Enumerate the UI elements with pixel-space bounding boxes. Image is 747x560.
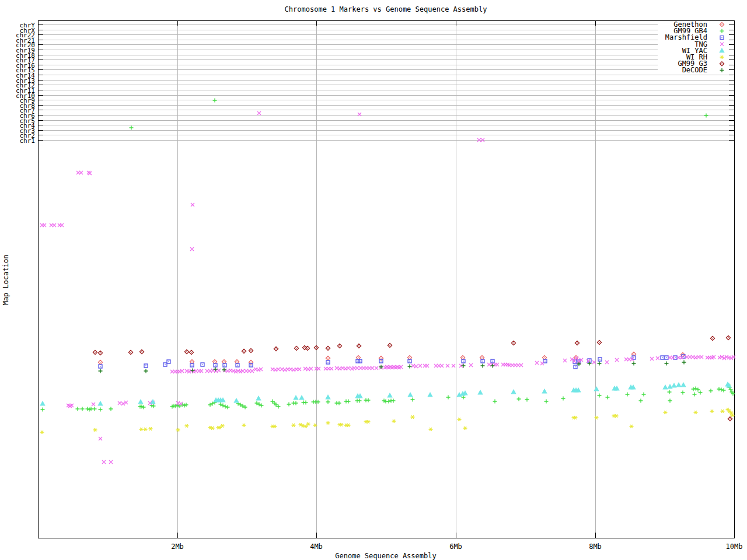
point-marshfield bbox=[574, 365, 577, 369]
point-wi-rh bbox=[185, 424, 189, 428]
point-gm99-gb4 bbox=[717, 387, 721, 391]
point-marshfield bbox=[356, 359, 359, 363]
point-wi-rh bbox=[144, 428, 148, 431]
point-decode bbox=[632, 362, 636, 366]
point-gm99-g3 bbox=[139, 349, 144, 354]
point-gm99-gb4 bbox=[411, 398, 415, 402]
point-gm99-g3 bbox=[337, 344, 341, 348]
point-wi-rh bbox=[429, 428, 433, 431]
point-gm99-gb4 bbox=[358, 399, 362, 403]
point-tng bbox=[563, 359, 567, 362]
point-gm99-g3 bbox=[128, 350, 132, 354]
point-wi-rh bbox=[93, 428, 97, 432]
point-tng bbox=[656, 356, 659, 360]
point-wi-yac bbox=[672, 383, 676, 387]
point-wi-yac bbox=[511, 390, 515, 393]
point-marshfield bbox=[358, 359, 362, 363]
xtick-label-4mb: 4Mb bbox=[310, 542, 323, 551]
point-gm99-gb4 bbox=[493, 400, 497, 404]
point-tng bbox=[440, 364, 444, 368]
point-gm99-g3 bbox=[249, 348, 253, 352]
point-decode bbox=[598, 362, 602, 366]
point-gm99-g3 bbox=[357, 344, 361, 348]
x-axis-label: Genome Sequence Assembly bbox=[335, 552, 436, 560]
point-wi-yac bbox=[542, 389, 546, 393]
point-gm99-gb4 bbox=[130, 126, 134, 130]
point-marshfield bbox=[462, 359, 465, 363]
point-gm99-g3 bbox=[511, 341, 515, 345]
legend-label-decode: DeCODE bbox=[682, 66, 707, 74]
point-tng bbox=[414, 365, 418, 368]
point-gm99-gb4 bbox=[693, 393, 697, 397]
point-marshfield bbox=[598, 358, 602, 361]
point-gm99-gb4 bbox=[337, 401, 341, 405]
point-wi-yac bbox=[408, 393, 412, 396]
point-gm99-gb4 bbox=[93, 407, 97, 411]
point-tng bbox=[540, 362, 544, 365]
point-gm99-gb4 bbox=[213, 99, 217, 103]
point-tng bbox=[191, 203, 194, 206]
point-tng bbox=[347, 366, 350, 370]
point-wi-yac bbox=[294, 396, 298, 399]
point-marshfield bbox=[163, 363, 167, 366]
legend: GenethonGM99 GB4MarshfieldTNGWI YACWI RH… bbox=[658, 20, 729, 74]
point-wi-rh bbox=[694, 411, 698, 414]
point-gm99-gb4 bbox=[561, 397, 566, 401]
point-wi-rh bbox=[574, 416, 578, 419]
xtick-label-2mb: 2Mb bbox=[171, 542, 184, 551]
point-gm99-g3 bbox=[98, 351, 102, 355]
point-gm99-gb4 bbox=[326, 400, 330, 404]
point-wi-yac bbox=[676, 383, 680, 386]
point-tng bbox=[109, 460, 113, 464]
point-marshfield bbox=[167, 360, 170, 363]
point-wi-rh bbox=[710, 410, 714, 413]
point-gm99-g3 bbox=[274, 346, 278, 351]
data-points-layer bbox=[40, 99, 736, 464]
point-gm99-gb4 bbox=[639, 399, 643, 403]
point-tng bbox=[317, 367, 320, 370]
point-wi-rh bbox=[242, 424, 246, 427]
y-axis-label: Map Location bbox=[2, 255, 10, 306]
series-gm99-gb4 bbox=[41, 99, 735, 412]
point-tng bbox=[650, 357, 654, 360]
point-decode bbox=[144, 369, 148, 373]
point-wi-yac bbox=[478, 390, 482, 394]
point-marshfield bbox=[326, 360, 330, 364]
point-gm99-gb4 bbox=[41, 408, 45, 412]
point-wi-rh bbox=[411, 415, 415, 419]
point-tng bbox=[277, 368, 280, 371]
point-tng bbox=[446, 364, 449, 368]
point-tng bbox=[452, 364, 455, 368]
point-wi-rh bbox=[340, 423, 344, 426]
point-wi-yac bbox=[615, 386, 619, 390]
point-genethon bbox=[326, 356, 330, 360]
point-wi-yac bbox=[668, 384, 672, 388]
point-wi-yac bbox=[326, 395, 330, 398]
point-tng bbox=[358, 113, 361, 116]
point-gm99-gb4 bbox=[668, 399, 672, 403]
plot-screenshot: Chromosome 1 Markers vs Genome Sequence … bbox=[0, 0, 747, 560]
point-marshfield bbox=[491, 359, 494, 363]
point-wi-yac bbox=[594, 387, 598, 390]
point-gm99-gb4 bbox=[699, 391, 703, 395]
point-gm99-gb4 bbox=[99, 408, 103, 412]
point-gm99-gb4 bbox=[316, 400, 320, 404]
chart-title: Chromosome 1 Markers vs Genome Sequence … bbox=[285, 5, 487, 13]
point-decode bbox=[491, 364, 495, 368]
point-tng bbox=[257, 111, 261, 115]
point-tng bbox=[570, 358, 574, 361]
point-gm99-g3 bbox=[726, 335, 730, 340]
point-tng bbox=[605, 360, 609, 364]
point-gm99-gb4 bbox=[366, 398, 371, 402]
point-tng bbox=[495, 363, 499, 366]
point-tng bbox=[217, 369, 221, 372]
chromosome-rows-layer: chrYchrXchr22chr21chr20chr19chr18chr17ch… bbox=[16, 22, 734, 145]
point-wi-yac bbox=[98, 401, 102, 405]
point-wi-rh bbox=[664, 411, 668, 414]
point-tng bbox=[469, 363, 473, 367]
point-wi-yac bbox=[663, 385, 667, 388]
point-tng bbox=[43, 223, 46, 227]
point-gm99-gb4 bbox=[598, 394, 602, 398]
point-tng bbox=[671, 356, 675, 359]
point-gm99-gb4 bbox=[720, 388, 724, 392]
